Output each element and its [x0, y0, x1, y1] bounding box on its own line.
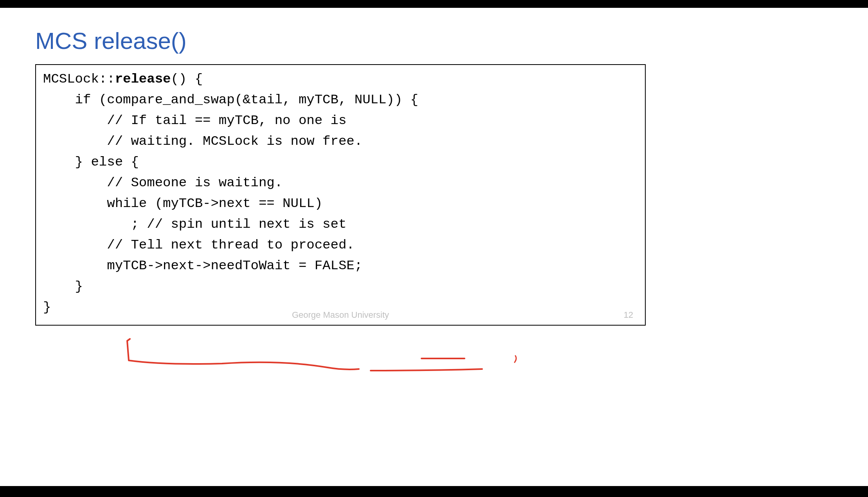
slide-number: 12 [624, 310, 633, 320]
code-line-1: MCSLock::release() { [43, 72, 203, 86]
slide-title: MCS release() [35, 27, 833, 54]
letterbox-bottom [0, 486, 868, 497]
hand-drawn-annotation [124, 337, 555, 380]
code-box: MCSLock::release() { if (compare_and_swa… [35, 64, 646, 326]
footer-university: George Mason University [36, 310, 645, 320]
code-line-4: // waiting. MCSLock is now free. [43, 134, 362, 149]
code-line-10: myTCB->next->needToWait = FALSE; [43, 258, 362, 273]
code-line-6: // Someone is waiting. [43, 175, 283, 190]
code-line-9: // Tell next thread to proceed. [43, 238, 355, 252]
code-line-3: // If tail == myTCB, no one is [43, 113, 346, 128]
code-line-7: while (myTCB->next == NULL) [43, 196, 322, 211]
code-line-2: if (compare_and_swap(&tail, myTCB, NULL)… [43, 92, 418, 107]
code-content: MCSLock::release() { if (compare_and_swa… [43, 69, 638, 318]
code-line-8: ; // spin until next is set [43, 217, 346, 232]
slide: MCS release() MCSLock::release() { if (c… [4, 8, 864, 486]
letterbox-top [0, 0, 868, 8]
code-line-11: } [43, 279, 83, 294]
code-line-5: } else { [43, 155, 139, 169]
